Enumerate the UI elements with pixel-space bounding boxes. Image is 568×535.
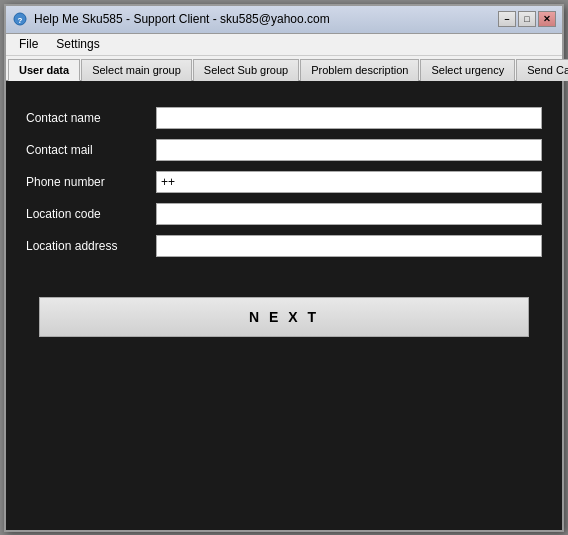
menu-settings[interactable]: Settings [47,34,108,54]
contact-name-row: Contact name [26,107,542,129]
svg-text:?: ? [18,16,23,25]
contact-name-input[interactable] [156,107,542,129]
phone-number-row: Phone number [26,171,542,193]
next-button[interactable]: N E X T [39,297,529,337]
location-address-label: Location address [26,239,156,253]
menu-file[interactable]: File [10,34,47,54]
title-bar: ? Help Me Sku585 - Support Client - sku5… [6,6,562,34]
location-code-row: Location code [26,203,542,225]
location-code-label: Location code [26,207,156,221]
tab-problem-description[interactable]: Problem description [300,59,419,81]
main-window: ? Help Me Sku585 - Support Client - sku5… [4,4,564,532]
tab-bar: User data Select main group Select Sub g… [6,56,562,81]
close-button[interactable]: ✕ [538,11,556,27]
tab-send-call[interactable]: Send Call [516,59,568,81]
window-title: Help Me Sku585 - Support Client - sku585… [34,12,330,26]
contact-mail-input[interactable] [156,139,542,161]
contact-mail-label: Contact mail [26,143,156,157]
menu-bar: File Settings [6,34,562,56]
maximize-button[interactable]: □ [518,11,536,27]
phone-number-input[interactable] [156,171,542,193]
user-data-form: Contact name Contact mail Phone number L… [26,97,542,277]
tab-user-data[interactable]: User data [8,59,80,81]
location-address-row: Location address [26,235,542,257]
tab-select-main-group[interactable]: Select main group [81,59,192,81]
app-icon: ? [12,11,28,27]
contact-name-label: Contact name [26,111,156,125]
location-address-input[interactable] [156,235,542,257]
phone-number-label: Phone number [26,175,156,189]
minimize-button[interactable]: – [498,11,516,27]
next-button-container: N E X T [26,297,542,337]
location-code-input[interactable] [156,203,542,225]
tab-select-sub-group[interactable]: Select Sub group [193,59,299,81]
content-area: Contact name Contact mail Phone number L… [6,81,562,530]
contact-mail-row: Contact mail [26,139,542,161]
window-controls: – □ ✕ [498,11,556,27]
title-bar-left: ? Help Me Sku585 - Support Client - sku5… [12,11,330,27]
tab-select-urgency[interactable]: Select urgency [420,59,515,81]
